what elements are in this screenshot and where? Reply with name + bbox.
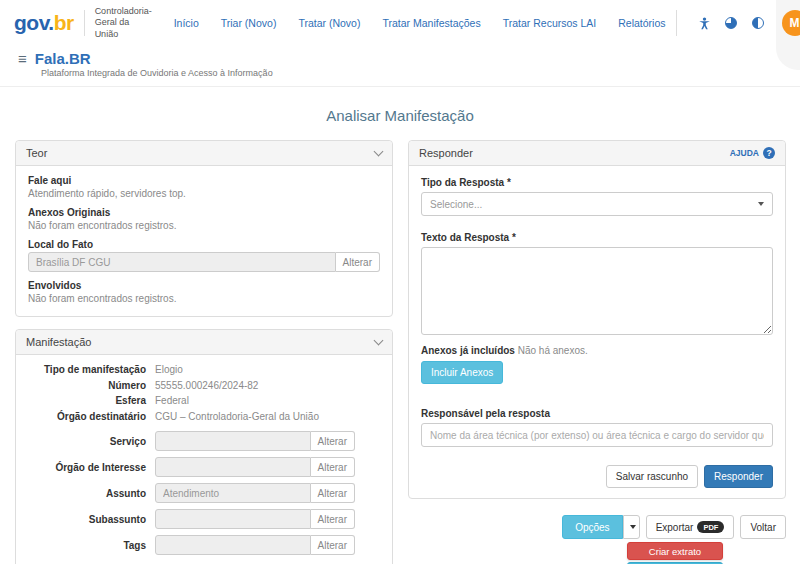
nav-link[interactable]: Tratar (Novo) — [298, 17, 360, 29]
app-bar: ≡ Fala.BR Plataforma Integrada de Ouvido… — [0, 46, 800, 87]
opcoes-dropdown-toggle[interactable] — [623, 515, 640, 539]
texto-resposta-label: Texto da Resposta * — [421, 232, 773, 243]
actions-row: Opções ExportarPDF Voltar — [408, 515, 786, 539]
org-name: Controladoria-Geral da União — [95, 6, 152, 40]
hamburger-icon[interactable]: ≡ — [18, 50, 27, 67]
fale-aqui-label: Fale aqui — [28, 175, 380, 186]
app-subtitle: Plataforma Integrada de Ouvidoria e Aces… — [41, 68, 786, 78]
opcoes-dropdown-menu: Criar extrato ▤Arquivar ↪Encaminhar Pror… — [627, 542, 723, 564]
responder-button[interactable]: Responder — [704, 465, 773, 488]
teor-panel: Teor Fale aqui Atendimento rápido, servi… — [15, 140, 393, 317]
field-row: Serviço Alterar — [28, 431, 380, 451]
voltar-button[interactable]: Voltar — [740, 515, 786, 539]
manifestacao-info: Tipo de manifestação Elogio Número 55555… — [28, 364, 380, 423]
anexos-originais-value: Não foram encontrados registros. — [28, 220, 380, 231]
nav-link[interactable]: Tratar Recursos LAI — [503, 17, 597, 29]
responsavel-input[interactable] — [421, 423, 773, 447]
responder-panel-header: Responder AJUDA ? — [409, 141, 785, 166]
nav-link[interactable]: Triar (Novo) — [221, 17, 277, 29]
chevron-down-icon[interactable] — [374, 335, 384, 345]
alterar-local-button[interactable]: Alterar — [336, 252, 380, 272]
info-row: Órgão destinatário CGU – Controladoria-G… — [28, 411, 380, 424]
local-do-fato-input[interactable] — [28, 252, 336, 272]
teor-panel-header[interactable]: Teor — [16, 141, 392, 166]
info-row: Tipo de manifestação Elogio — [28, 364, 380, 377]
help-icon: ? — [763, 147, 775, 159]
opcoes-button[interactable]: Opções — [562, 515, 622, 539]
field-input[interactable] — [155, 431, 311, 451]
field-input[interactable] — [155, 535, 311, 555]
cookie-icon[interactable] — [724, 16, 739, 31]
app-title[interactable]: Fala.BR — [35, 50, 91, 67]
info-row: Número 55555.000246/2024-82 — [28, 380, 380, 393]
avatar: M — [782, 10, 800, 36]
pdf-badge: PDF — [697, 521, 724, 533]
fale-aqui-value: Atendimento rápido, servidores top. — [28, 188, 380, 199]
nav-link[interactable]: Relatórios — [618, 17, 665, 29]
alterar-button[interactable]: Alterar — [311, 509, 355, 529]
anexos-originais-label: Anexos Originais — [28, 207, 380, 218]
field-row: Órgão de Interesse Alterar — [28, 457, 380, 477]
tipo-resposta-label: Tipo da Resposta * — [421, 177, 773, 188]
divider — [676, 10, 677, 36]
nav-link[interactable]: Início — [174, 17, 199, 29]
envolvidos-value: Não foram encontrados registros. — [28, 293, 380, 304]
texto-resposta-textarea[interactable] — [421, 247, 773, 335]
chevron-down-icon[interactable] — [374, 146, 384, 156]
field-row: Subassunto Alterar — [28, 509, 380, 529]
page-title: Analisar Manifestação — [15, 107, 785, 124]
ajuda-link[interactable]: AJUDA ? — [730, 147, 775, 159]
exportar-pdf-button[interactable]: ExportarPDF — [646, 515, 735, 539]
nav-link[interactable]: Tratar Manifestações — [382, 17, 480, 29]
alterar-button[interactable]: Alterar — [311, 457, 355, 477]
field-input[interactable] — [155, 483, 311, 503]
tipo-resposta-select[interactable]: Selecione... — [421, 192, 773, 216]
responder-panel: Responder AJUDA ? Tipo da Resposta * Sel… — [408, 140, 786, 499]
chevron-down-icon — [758, 202, 764, 206]
salvar-rascunho-button[interactable]: Salvar rascunho — [606, 465, 698, 488]
divider — [84, 10, 85, 36]
envolvidos-label: Envolvidos — [28, 280, 380, 291]
manifestacao-fields: Serviço Alterar Órgão de Interesse — [28, 431, 380, 555]
info-row: Esfera Federal — [28, 395, 380, 408]
field-input[interactable] — [155, 509, 311, 529]
anexos-incluidos: Anexos já incluídos Não há anexos. — [421, 345, 773, 356]
dropdown-menu-item[interactable]: Criar extrato — [627, 542, 723, 560]
alterar-button[interactable]: Alterar — [311, 431, 355, 451]
field-input[interactable] — [155, 457, 311, 477]
govbr-logo[interactable]: gov.br — [14, 11, 74, 35]
local-do-fato-label: Local do Fato — [28, 239, 380, 250]
manifestacao-panel: Manifestação Tipo de manifestação Elogio — [15, 329, 393, 564]
manifestacao-panel-header[interactable]: Manifestação — [16, 330, 392, 355]
contrast-icon[interactable] — [751, 16, 766, 31]
incluir-anexos-button[interactable]: Incluir Anexos — [421, 361, 503, 384]
responsavel-label: Responsável pela resposta — [421, 408, 773, 419]
field-row: Tags Alterar — [28, 535, 380, 555]
alterar-button[interactable]: Alterar — [311, 535, 355, 555]
user-menu[interactable]: M Meu Nome 09 Respondente - CGU – Contro… — [776, 0, 800, 70]
gov-header: gov.br Controladoria-Geral da União Iníc… — [0, 0, 800, 46]
main-nav: InícioTriar (Novo)Tratar (Novo)Tratar Ma… — [174, 17, 666, 29]
alterar-button[interactable]: Alterar — [311, 483, 355, 503]
field-row: Assunto Alterar — [28, 483, 380, 503]
accessibility-icon[interactable] — [697, 16, 712, 31]
